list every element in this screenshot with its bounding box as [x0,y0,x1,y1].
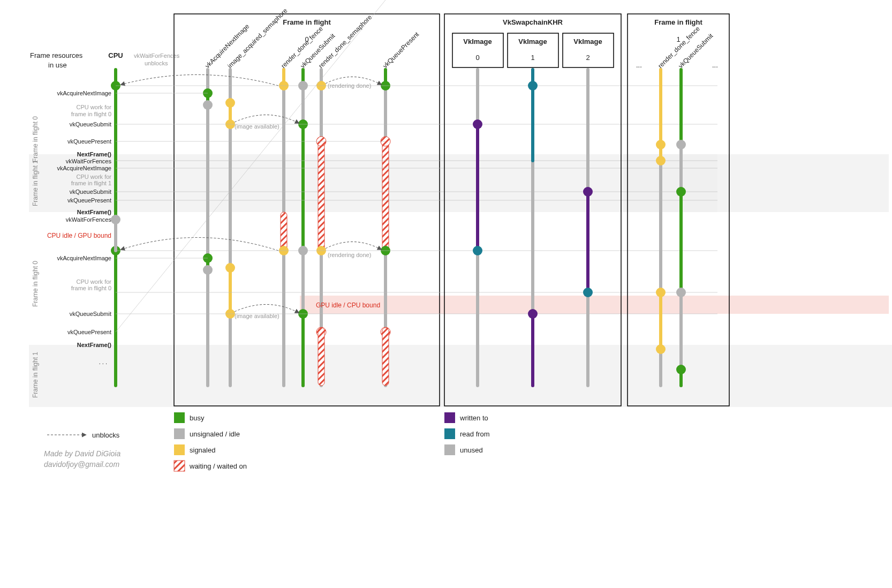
svg-text:read from: read from [460,430,490,438]
fif1-submit-end-top [676,140,686,149]
swap-img1-t: VkImage [518,37,547,46]
fif1-dotsR: ... [712,61,718,69]
credit-2: davidofjoy@gmail.com [44,460,119,469]
row-cpu2-a: frame in flight 0 [71,111,111,117]
present-wait-b [382,328,389,386]
swap1-read-dot [528,81,538,91]
row-next-b: NextFrame() [77,209,112,215]
fif1-fence-dot-b2 [656,344,666,354]
arrow-rdsem-present-b [326,242,381,250]
legend-states: busy unsignaled / idle signaled waiting … [174,412,247,471]
svg-text:unblocks: unblocks [92,431,120,439]
row-cpu2-c: frame in flight 0 [71,285,111,291]
row-next-a: NextFrame() [77,151,112,157]
swap0-write-dot [473,119,482,129]
svg-text:waiting / waited on: waiting / waited on [189,462,247,470]
side-fif0-a: Frame in flight 0 [32,116,39,162]
row-present-a: vkQueuePresent [67,138,111,145]
row-wait-c: vkWaitForFences [66,216,112,223]
svg-text:busy: busy [190,414,205,422]
svg-rect-25 [444,428,455,439]
lbl-present: vkQueuePresent [381,31,421,70]
side-fif1-b: Frame in flight 1 [32,352,39,398]
row-cpu2-b: frame in flight 1 [71,180,111,186]
arrow-imgsem-submit-b [235,304,299,313]
fif0-lane-labels: vkAcquireNextImage image_acquired_semaph… [203,6,421,70]
fence-wait-a [281,212,287,251]
fif1-fence-dot-b [656,288,666,297]
fif0-title: Frame in flight [283,18,331,26]
row-submit-b: vkQueueSubmit [70,189,111,195]
swap-img2-t: VkImage [573,37,602,46]
fif1-submit-start-b [676,365,686,374]
lbl-submit1: vkQueueSubmit [677,32,715,70]
arrow-fence-cpu-b [121,237,278,251]
row-acq-c: vkAcquireNextImage [57,255,112,261]
row-dots: . . . [99,359,107,365]
header-left-2: in use [48,61,67,69]
side-fif0-b: Frame in flight 0 [32,261,39,307]
svg-rect-15 [174,412,185,423]
row-wait-b: vkWaitForFences [66,158,112,164]
side-fif1-a: Frame in flight 1 [32,160,39,206]
swap0-read-dot [473,246,482,255]
diagram-root: Frame resources in use CPU vkWaitForFenc… [0,0,892,588]
annot-render-b: (rendering done) [328,252,371,258]
arrow-fence-cpu-a [121,74,278,86]
imgsem-dot-b [225,263,235,273]
row-present-c: vkQueuePresent [67,329,111,335]
imgsem-dot-a [225,98,235,108]
svg-rect-23 [444,412,455,423]
legend-arrow: unblocks [47,431,120,439]
swap-title: VkSwapchainKHR [503,18,563,26]
row-acq-a: vkAcquireNextImage [57,90,112,96]
fif1-fence-dot-a2 [656,156,666,165]
band-gpu-idle [300,296,889,314]
svg-text:signaled: signaled [190,446,215,454]
fif1-submit-end-a [676,288,686,297]
row-cpu1-a: CPU work for [77,104,112,110]
row-acq-b: vkAcquireNextImage [57,165,112,171]
swap2-read-dot [583,288,593,297]
row-cpu1-b: CPU work for [77,174,112,180]
rdsem-wait-b [318,328,324,386]
acq-dot-b2 [203,265,213,275]
svg-rect-19 [174,444,185,455]
annot-cpu-idle: CPU idle / GPU bound [47,232,111,239]
swap1-write-dot [528,309,538,319]
annot-gpu-idle: GPU idle / CPU bound [316,301,380,309]
swap-n2: 2 [586,54,589,62]
annot-wait-unblocks-1: vkWaitForFences [134,52,180,59]
rdsem-wait-a [318,137,324,252]
svg-text:written to: written to [459,414,488,422]
svg-rect-21 [174,461,185,471]
annot-wait-unblocks-2: unblocks [145,60,168,66]
row-next-c: NextFrame() [77,342,112,348]
band-frame1-b [29,345,892,407]
band-frame1-a [29,154,717,212]
row-present-b: vkQueuePresent [67,197,111,203]
svg-rect-27 [444,444,455,455]
arrow-imgsem-submit-a [235,115,299,123]
cpu-header: CPU [108,51,123,59]
present-wait-a [382,137,389,252]
row-submit-a: vkQueueSubmit [70,121,111,127]
svg-text:unsignaled / idle: unsignaled / idle [190,430,240,438]
credit-1: Made by David DiGioia [44,449,120,458]
swap-img0-t: VkImage [463,37,492,46]
swap2-write-dot [583,187,593,197]
swap-n1: 1 [531,54,534,62]
row-labels: vkAcquireNextImage CPU work for frame in… [47,90,112,365]
legend-swap: written to read from unused [444,412,490,455]
swap-n0: 0 [475,54,479,62]
svg-rect-17 [174,428,185,439]
header-left-1: Frame resources [30,51,83,59]
fif1-submit-start-a [676,187,686,197]
fif1-fence-dot-a [656,140,666,149]
row-submit-c: vkQueueSubmit [70,311,111,317]
row-cpu1-c: CPU work for [77,278,112,285]
svg-text:unused: unused [460,446,483,454]
fif1-dotsL: ... [636,61,642,69]
acq-dot-a2 [203,100,213,110]
